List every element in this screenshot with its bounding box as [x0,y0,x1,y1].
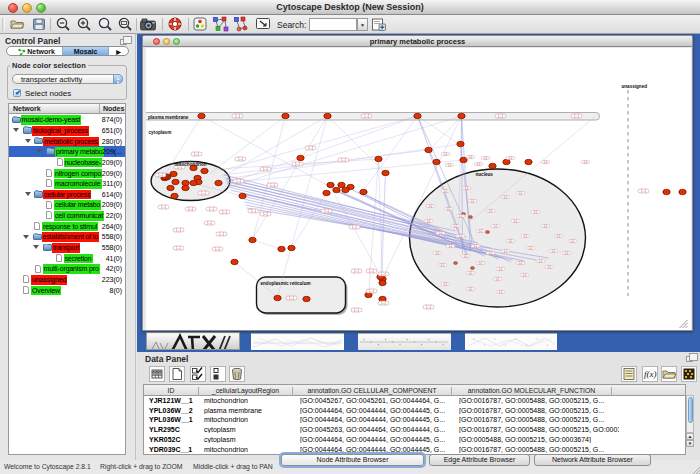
svg-text:[--]: [--] [509,239,512,243]
svg-text:[---]: [---] [263,212,268,216]
svg-text:[--]: [--] [539,259,542,263]
svg-text:[--]: [--] [523,273,526,277]
svg-text:[---]: [---] [369,269,374,273]
svg-text:[--]: [--] [552,249,555,253]
svg-text:[---]: [---] [381,272,386,276]
svg-text:[--]: [--] [444,189,447,193]
svg-text:[--]: [--] [496,277,499,281]
svg-text:[--]: [--] [519,191,522,195]
svg-text:[---]: [---] [209,207,214,211]
svg-text:[--]: [--] [471,199,474,203]
svg-text:[---]: [---] [354,308,359,312]
svg-text:[--]: [--] [449,244,452,248]
svg-text:[---]: [---] [324,209,329,213]
svg-text:[---]: [---] [236,179,241,183]
svg-text:[--]: [--] [429,204,432,208]
svg-text:[--]: [--] [441,263,444,267]
svg-text:[--]: [--] [484,156,487,160]
svg-text:cytoplasm: cytoplasm [149,130,172,135]
svg-text:[---]: [---] [354,269,359,273]
svg-text:[--]: [--] [544,160,547,164]
svg-text:[---]: [---] [352,225,357,229]
svg-text:[---]: [---] [238,157,243,161]
svg-text:[--]: [--] [454,224,457,228]
svg-text:[---]: [---] [158,173,163,177]
svg-text:[--]: [--] [439,231,442,235]
svg-text:[---]: [---] [201,191,206,195]
svg-text:[--]: [--] [444,152,447,156]
svg-text:[---]: [---] [222,210,227,214]
svg-text:[--]: [--] [494,224,497,228]
svg-text:[---]: [---] [161,205,166,209]
svg-text:[--]: [--] [548,265,551,269]
svg-text:[---]: [---] [574,114,579,118]
svg-text:[--]: [--] [489,209,492,213]
svg-text:mitochondrion: mitochondrion [175,162,207,167]
svg-text:[---]: [---] [289,296,294,300]
svg-text:[--]: [--] [489,251,492,255]
svg-text:unassigned: unassigned [622,84,648,89]
svg-text:[---]: [---] [369,289,374,293]
svg-text:plasma membrane: plasma membrane [148,115,189,120]
svg-text:[---]: [---] [219,232,224,236]
svg-text:[--]: [--] [529,246,532,250]
svg-text:[--]: [--] [459,214,462,218]
svg-text:[--]: [--] [459,234,462,238]
svg-text:f(x): f(x) [644,369,657,379]
svg-text:[--]: [--] [524,234,527,238]
svg-text:[--]: [--] [464,254,467,258]
svg-text:[--]: [--] [557,234,560,238]
svg-text:[---]: [---] [176,228,181,232]
svg-text:[--]: [--] [504,249,507,253]
svg-text:endoplasmic reticulum: endoplasmic reticulum [261,281,311,286]
svg-text:[--]: [--] [465,186,468,190]
svg-text:[--]: [--] [565,251,568,255]
svg-text:[---]: [---] [251,209,256,213]
svg-text:[--]: [--] [509,156,512,160]
svg-text:[--]: [--] [469,155,472,159]
svg-text:[--]: [--] [519,261,522,265]
svg-text:[---]: [---] [381,301,386,305]
svg-text:[---]: [---] [426,305,431,309]
svg-text:[--]: [--] [534,210,537,214]
svg-text:[--]: [--] [504,195,507,199]
svg-text:[---]: [---] [364,114,369,118]
svg-text:[--]: [--] [436,251,439,255]
svg-text:[--]: [--] [584,160,587,164]
svg-text:[---]: [---] [188,207,193,211]
svg-text:[--]: [--] [477,162,480,166]
svg-text:[--]: [--] [499,290,502,294]
svg-text:[--]: [--] [479,261,482,265]
svg-text:[---]: [---] [215,247,220,251]
svg-text:[--]: [--] [474,244,477,248]
svg-text:[--]: [--] [469,271,472,275]
svg-text:[--]: [--] [469,287,472,291]
svg-text:[---]: [---] [194,152,199,156]
svg-text:[---]: [---] [641,189,646,193]
svg-text:[---]: [---] [270,183,275,187]
svg-text:[---]: [---] [263,167,268,171]
svg-text:[--]: [--] [479,229,482,233]
svg-text:[---]: [---] [341,158,346,162]
svg-text:[---]: [---] [235,114,240,118]
svg-text:[--]: [--] [427,219,430,223]
svg-text:[---]: [---] [308,146,313,150]
svg-text:[---]: [---] [498,114,503,118]
svg-text:[--]: [--] [544,224,547,228]
svg-text:[--]: [--] [571,239,574,243]
svg-text:[---]: [---] [176,246,181,250]
svg-text:[--]: [--] [514,219,517,223]
svg-text:[---]: [---] [295,162,300,166]
svg-text:[--]: [--] [499,267,502,271]
svg-text:[--]: [--] [448,163,451,167]
svg-text:nucleus: nucleus [476,172,494,177]
svg-text:[--]: [--] [447,207,450,211]
svg-text:[---]: [---] [207,221,212,225]
svg-text:[--]: [--] [444,282,447,286]
